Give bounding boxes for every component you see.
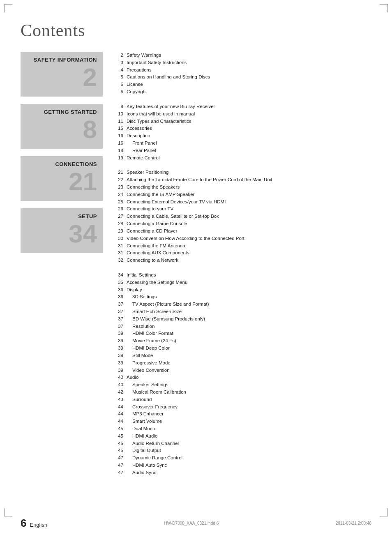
toc-page-number: 19 xyxy=(114,154,123,162)
toc-entry: 29Connecting a CD Player xyxy=(114,228,371,235)
toc-entry: 5Cautions on Handling and Storing Discs xyxy=(114,74,371,81)
corner-mark-bl xyxy=(4,508,12,516)
toc-entry: 4Precautions xyxy=(114,67,371,74)
toc-entry: 47HDMI Auto Sync xyxy=(114,462,371,469)
toc-entry: 8Key features of your new Blu-ray Receiv… xyxy=(114,103,371,111)
toc-entry-text: Remote Control xyxy=(127,154,371,162)
toc-page-number: 10 xyxy=(114,111,123,118)
toc-page-number: 18 xyxy=(114,147,123,154)
toc-page-number: 2 xyxy=(114,52,123,59)
toc-entry-text: Still Mode xyxy=(127,352,371,360)
toc-page-number: 26 xyxy=(114,205,123,213)
toc-entry: 42Musical Room Calibration xyxy=(114,389,371,396)
toc-entry: 47Dynamic Range Control xyxy=(114,454,371,462)
toc-page-number: 5 xyxy=(114,74,123,81)
toc-entry: 40Speaker Settings xyxy=(114,381,371,389)
toc-entry-text: Connecting a Game Console xyxy=(127,220,371,228)
corner-mark-tr xyxy=(380,4,388,12)
page-container: Contents SAFETY INFORMATION2GETTING STAR… xyxy=(0,0,392,537)
toc-entry-text: Dynamic Range Control xyxy=(127,454,371,462)
toc-entry-text: Connecting the Speakers xyxy=(127,184,371,191)
toc-page-number: 45 xyxy=(114,440,123,447)
toc-page-number: 47 xyxy=(114,454,123,462)
toc-page-number: 39 xyxy=(114,330,123,337)
section-block-connections: CONNECTIONS21 xyxy=(21,156,103,201)
toc-entry-text: HDMI Audio xyxy=(127,433,371,440)
toc-page-number: 40 xyxy=(114,381,123,389)
toc-entry-text: Audio xyxy=(127,374,371,381)
toc-entry-text: Audio Sync xyxy=(127,469,371,477)
toc-group-safety: 2Safety Warnings3Important Safety Instru… xyxy=(114,52,371,96)
toc-entry-text: Connecting a Cable, Satellite or Set-top… xyxy=(127,213,371,220)
footer-date: 2011-03-21 2:00:48 xyxy=(336,521,371,525)
toc-entry-text: Connecting to your TV xyxy=(127,205,371,213)
toc-page-number: 25 xyxy=(114,198,123,206)
toc-entry: 37TV Aspect (Picture Size and Format) xyxy=(114,301,371,308)
toc-entry: 35Accessing the Settings Menu xyxy=(114,279,371,286)
toc-entry-text: Movie Frame (24 Fs) xyxy=(127,337,371,345)
left-column: SAFETY INFORMATION2GETTING STARTED8CONNE… xyxy=(21,52,103,260)
footer-filename: HW-D7000_XAA_0321.indd 6 xyxy=(164,521,219,525)
footer-page-number: 6 xyxy=(21,517,26,530)
toc-entry: 22Attaching the Toroidal Ferrite Core to… xyxy=(114,176,371,184)
toc-page-number: 37 xyxy=(114,323,123,330)
toc-entry: 36Display xyxy=(114,286,371,294)
toc-entry: 31Connecting AUX Components xyxy=(114,249,371,257)
toc-entry-text: Musical Room Calibration xyxy=(127,389,371,396)
toc-page-number: 36 xyxy=(114,286,123,294)
toc-entry-text: Description xyxy=(127,132,371,140)
toc-entry: 44MP3 Enhancer xyxy=(114,410,371,418)
toc-entry: 32Connecting to a Network xyxy=(114,257,371,264)
toc-page-number: 45 xyxy=(114,433,123,440)
toc-entry-text: Cautions on Handling and Storing Discs xyxy=(127,74,371,81)
toc-entry-text: Rear Panel xyxy=(127,147,371,154)
toc-entry: 21Speaker Positioning xyxy=(114,169,371,176)
toc-page-number: 3 xyxy=(114,59,123,67)
toc-entry: 39Progressive Mode xyxy=(114,360,371,367)
toc-page-number: 11 xyxy=(114,118,123,125)
toc-entry: 37BD Wise (Samsung Products only) xyxy=(114,316,371,323)
toc-page-number: 36 xyxy=(114,293,123,301)
toc-entry: 18Rear Panel xyxy=(114,147,371,154)
toc-entry: 40Audio xyxy=(114,374,371,381)
toc-entry: 31Connecting the FM Antenna xyxy=(114,242,371,250)
toc-entry-text: 3D Settings xyxy=(127,293,371,301)
toc-entry-text: Disc Types and Characteristics xyxy=(127,118,371,125)
toc-page-number: 15 xyxy=(114,125,123,132)
toc-entry: 10Icons that will be used in manual xyxy=(114,111,371,118)
toc-entry-text: Surround xyxy=(127,396,371,403)
toc-entry-text: MP3 Enhancer xyxy=(127,410,371,418)
toc-entry-text: Accessories xyxy=(127,125,371,132)
toc-entry: 45HDMI Audio xyxy=(114,433,371,440)
toc-entry: 37Smart Hub Screen Size xyxy=(114,308,371,316)
toc-page-number: 24 xyxy=(114,191,123,198)
toc-entry-text: HDMI Auto Sync xyxy=(127,462,371,469)
section-block-setup: SETUP34 xyxy=(21,208,103,253)
toc-entry: 45Digital Output xyxy=(114,447,371,454)
toc-entry-text: Progressive Mode xyxy=(127,360,371,367)
toc-page-number: 22 xyxy=(114,176,123,184)
toc-page-number: 44 xyxy=(114,410,123,418)
toc-page-number: 37 xyxy=(114,308,123,316)
toc-entry-text: Connecting AUX Components xyxy=(127,249,371,257)
toc-page-number: 45 xyxy=(114,447,123,454)
toc-entry-text: Attaching the Toroidal Ferrite Core to t… xyxy=(127,176,371,184)
toc-entry: 16Front Panel xyxy=(114,140,371,147)
toc-entry: 27Connecting a Cable, Satellite or Set-t… xyxy=(114,213,371,220)
toc-entry-text: Smart Hub Screen Size xyxy=(127,308,371,316)
toc-group-setup: 34Initial Settings35Accessing the Settin… xyxy=(114,272,371,477)
toc-entry: 45Audio Return Channel xyxy=(114,440,371,447)
toc-page-number: 39 xyxy=(114,360,123,367)
toc-entry-text: Smart Volume xyxy=(127,418,371,425)
toc-entry-text: Key features of your new Blu-ray Receive… xyxy=(127,103,371,111)
page-title: Contents xyxy=(21,21,371,40)
corner-mark-tl xyxy=(4,4,12,12)
toc-entry-text: Copyright xyxy=(127,88,371,96)
toc-entry-text: Accessing the Settings Menu xyxy=(127,279,371,286)
toc-page-number: 5 xyxy=(114,88,123,96)
footer: 6 English HW-D7000_XAA_0321.indd 6 2011-… xyxy=(21,517,371,530)
toc-page-number: 43 xyxy=(114,396,123,403)
toc-page-number: 39 xyxy=(114,337,123,345)
toc-page-number: 29 xyxy=(114,228,123,235)
toc-group-getting-started: 8Key features of your new Blu-ray Receiv… xyxy=(114,103,371,162)
